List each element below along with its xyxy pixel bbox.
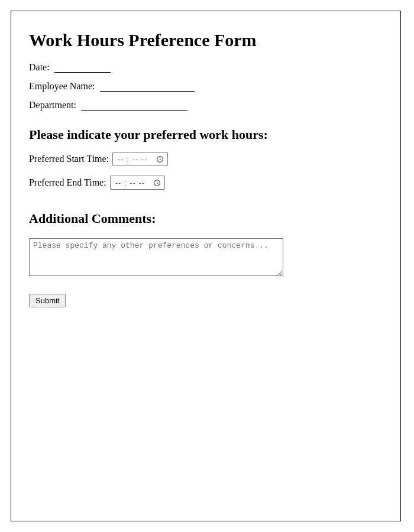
name-blank-line[interactable] bbox=[100, 81, 195, 92]
end-time-label: Preferred End Time: bbox=[29, 177, 106, 188]
clock-icon bbox=[156, 155, 164, 163]
dept-field-row: Department: bbox=[29, 100, 383, 111]
dept-blank-line[interactable] bbox=[81, 100, 187, 111]
start-time-label: Preferred Start Time: bbox=[29, 154, 109, 164]
start-time-placeholder: -- : -- -- bbox=[118, 155, 147, 164]
date-field-row: Date: bbox=[29, 62, 383, 73]
end-time-input[interactable]: -- : -- -- bbox=[110, 176, 165, 190]
name-label: Employee Name: bbox=[29, 81, 95, 91]
start-time-row: Preferred Start Time: -- : -- -- bbox=[29, 152, 383, 166]
comments-heading: Additional Comments: bbox=[29, 211, 383, 226]
dept-label: Department: bbox=[29, 100, 76, 110]
date-blank-line[interactable] bbox=[54, 62, 111, 73]
start-time-input[interactable]: -- : -- -- bbox=[112, 152, 167, 166]
end-time-placeholder: -- : -- -- bbox=[115, 179, 145, 187]
page-title: Work Hours Preference Form bbox=[29, 30, 383, 50]
clock-icon bbox=[153, 179, 161, 187]
date-label: Date: bbox=[29, 62, 50, 72]
hours-heading: Please indicate your preferred work hour… bbox=[29, 127, 383, 142]
form-container: Work Hours Preference Form Date: Employe… bbox=[11, 11, 401, 521]
comments-textarea[interactable] bbox=[29, 238, 283, 276]
name-field-row: Employee Name: bbox=[29, 81, 383, 92]
end-time-row: Preferred End Time: -- : -- -- bbox=[29, 176, 383, 190]
submit-button[interactable]: Submit bbox=[29, 294, 66, 307]
